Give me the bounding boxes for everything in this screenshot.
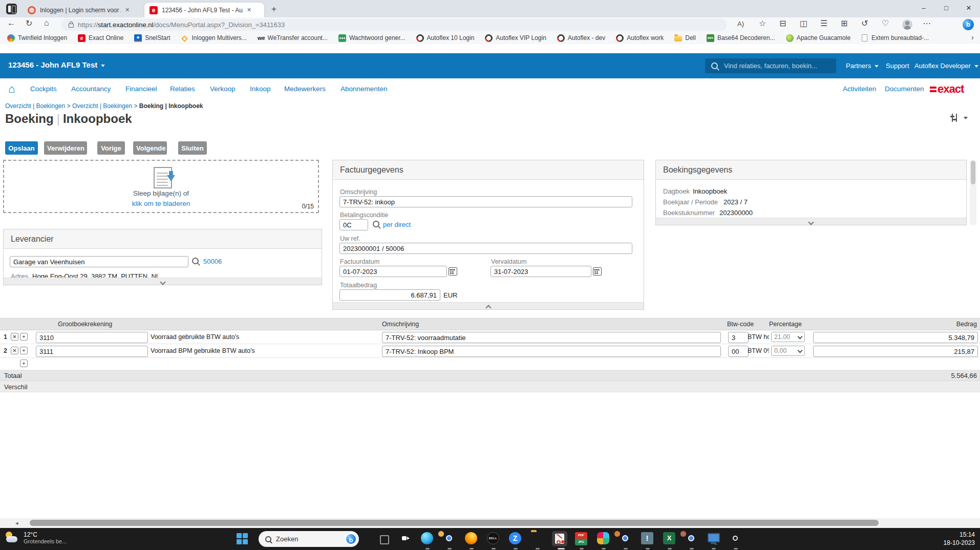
amount-input[interactable] <box>813 346 978 357</box>
payment-search-icon[interactable] <box>373 221 379 227</box>
description-input[interactable] <box>339 196 632 207</box>
vat-code-input[interactable] <box>728 332 749 343</box>
vat-code-input[interactable] <box>728 346 749 357</box>
read-aloud-icon[interactable]: A) <box>737 20 744 28</box>
user-menu[interactable]: Autoflex Developer <box>914 62 978 70</box>
account-input[interactable] <box>36 346 148 357</box>
nav-medewerkers[interactable]: Medewerkers <box>284 85 326 93</box>
scrollbar-thumb[interactable] <box>971 161 975 184</box>
profile-avatar[interactable] <box>902 19 912 30</box>
percentage-select[interactable]: 0,00 <box>771 346 805 356</box>
delete-row-button[interactable]: ✕ <box>11 333 18 341</box>
nav-relaties[interactable]: Relaties <box>170 85 195 93</box>
supplier-search-icon[interactable] <box>192 258 199 264</box>
nav-verkoop[interactable]: Verkoop <box>210 85 236 93</box>
browser-tab-login[interactable]: Inloggen | Login scherm voor Au ✕ <box>23 3 141 17</box>
firefox-icon[interactable] <box>465 532 477 544</box>
delete-row-button[interactable]: ✕ <box>11 347 18 354</box>
payment-condition-link[interactable]: per direct <box>383 221 411 228</box>
edge-icon[interactable] <box>421 532 433 544</box>
supplier-name-input[interactable] <box>10 256 188 267</box>
bookmark-autoflex10[interactable]: Autoflex 10 Login <box>416 34 475 42</box>
nav-abonnementen[interactable]: Abonnementen <box>340 85 388 93</box>
invoice-collapse[interactable] <box>333 302 644 309</box>
add-row-button[interactable]: + <box>20 333 28 341</box>
bookmark-exact-online[interactable]: eExact Online <box>78 34 123 42</box>
nav-financieel[interactable]: Financieel <box>125 85 157 93</box>
refresh-icon[interactable]: ↻ <box>26 18 32 28</box>
bookmark-base64[interactable]: B64Base64 Decoderen... <box>707 34 775 42</box>
nav-home-icon[interactable]: ⌂ <box>8 82 15 96</box>
window-close-button[interactable]: ✕ <box>957 0 980 17</box>
settings-sliders-icon[interactable] <box>950 114 968 124</box>
invoice-date-input[interactable] <box>339 266 447 277</box>
window-minimize-button[interactable]: – <box>912 0 935 17</box>
bookmark-twinfield[interactable]: Twinfield Inloggen <box>7 34 67 42</box>
bookmark-guacamole[interactable]: Apache Guacamole <box>786 34 850 42</box>
add-row-button[interactable]: + <box>20 347 28 354</box>
copilot-icon[interactable]: b <box>963 19 974 30</box>
breadcrumb-link[interactable]: Overzicht | Boekingen <box>5 102 65 110</box>
your-ref-input[interactable] <box>339 243 632 254</box>
bookmark-wachtwoord[interactable]: Wachtwoord gener... <box>338 34 406 42</box>
panel-vertical-scrollbar[interactable] <box>970 160 976 225</box>
browser-tab-exact[interactable]: e 123456 - John AFL9 Test - Autofle ✕ <box>144 3 264 17</box>
partners-menu[interactable]: Partners <box>846 62 879 70</box>
weather-widget[interactable]: 12°CGrotendeels be... <box>4 530 67 545</box>
address-bar[interactable]: https://start.exactonline.nl/docs/MenuPo… <box>61 19 727 31</box>
attachment-dropzone[interactable]: Sleep bijlage(n) of klik om te bladeren … <box>3 160 319 213</box>
bookmarks-overflow-icon[interactable]: › <box>971 33 974 41</box>
total-amount-input[interactable] <box>339 289 440 301</box>
home-icon[interactable]: ⌂ <box>44 18 49 28</box>
scroll-left-icon[interactable]: ◂ <box>15 520 18 526</box>
taskbar-search[interactable]: Zoeken b <box>259 531 359 547</box>
history-icon[interactable]: ↺ <box>861 18 868 28</box>
bookmark-dell[interactable]: Dell <box>674 34 696 41</box>
supplier-collapse[interactable] <box>4 278 322 285</box>
collections-icon[interactable]: ⊟ <box>779 18 786 28</box>
snipping-tool-icon[interactable] <box>552 531 567 546</box>
calendar-icon[interactable] <box>449 267 457 276</box>
pdf-jpg-converter-icon[interactable]: PDFJPG <box>575 532 587 545</box>
previous-button[interactable]: Vorige <box>97 141 125 155</box>
line-description-input[interactable] <box>382 346 721 357</box>
back-icon[interactable]: ← <box>7 18 15 28</box>
nav-cockpits[interactable]: Cockpits <box>30 85 57 93</box>
bookmark-autoflex-dev[interactable]: Autoflex - dev <box>557 34 605 42</box>
favorite-star-icon[interactable]: ☆ <box>759 18 766 28</box>
breadcrumb-link[interactable]: Overzicht | Boekingen <box>72 102 132 110</box>
split-screen-icon[interactable]: ◫ <box>800 18 807 28</box>
window-maximize-button[interactable]: □ <box>935 0 957 17</box>
calendar-icon[interactable] <box>593 267 602 276</box>
tab-actions-icon[interactable] <box>6 4 17 14</box>
payment-condition-input[interactable] <box>339 219 368 230</box>
add-row-button[interactable]: + <box>20 359 28 367</box>
tab-close-icon[interactable]: ✕ <box>247 7 251 13</box>
global-search-input[interactable] <box>723 61 833 70</box>
nav-accountancy[interactable]: Accountancy <box>71 85 111 93</box>
slack-icon[interactable] <box>597 532 609 544</box>
start-button[interactable] <box>237 533 248 544</box>
amount-input[interactable] <box>813 332 978 343</box>
bookmark-snelstart[interactable]: ★SnelStart <box>134 34 170 42</box>
entry-collapse[interactable] <box>656 218 966 225</box>
account-input[interactable] <box>36 332 148 343</box>
nav-activiteiten[interactable]: Activiteiten <box>843 85 876 93</box>
save-button[interactable]: Opslaan <box>5 141 38 155</box>
next-button[interactable]: Volgende <box>133 141 167 155</box>
nav-documenten[interactable]: Documenten <box>885 85 924 93</box>
dell-icon[interactable]: DELL <box>487 532 499 544</box>
bookmark-multivers[interactable]: Inloggen Multivers... <box>181 34 246 41</box>
division-selector[interactable]: 123456 - John AFL9 Test <box>8 60 105 69</box>
supplier-code-link[interactable]: 50006 <box>203 258 222 265</box>
percentage-select[interactable]: 21,00 <box>771 332 805 342</box>
bookmark-autoflex-vip[interactable]: Autoflex VIP Login <box>485 34 546 42</box>
scrollbar-thumb[interactable] <box>30 520 879 526</box>
bookmark-remote-desktop[interactable]: Extern bureaublad-... <box>861 34 929 41</box>
favorites-bar-icon[interactable]: ☰ <box>820 18 827 28</box>
support-menu[interactable]: Support <box>886 62 909 70</box>
browser-essentials-icon[interactable]: ♡ <box>882 18 889 28</box>
tab-close-icon[interactable]: ✕ <box>125 7 130 13</box>
alert-app-icon[interactable]: ! <box>641 532 653 544</box>
browse-link[interactable]: klik om te bladeren <box>4 200 318 207</box>
